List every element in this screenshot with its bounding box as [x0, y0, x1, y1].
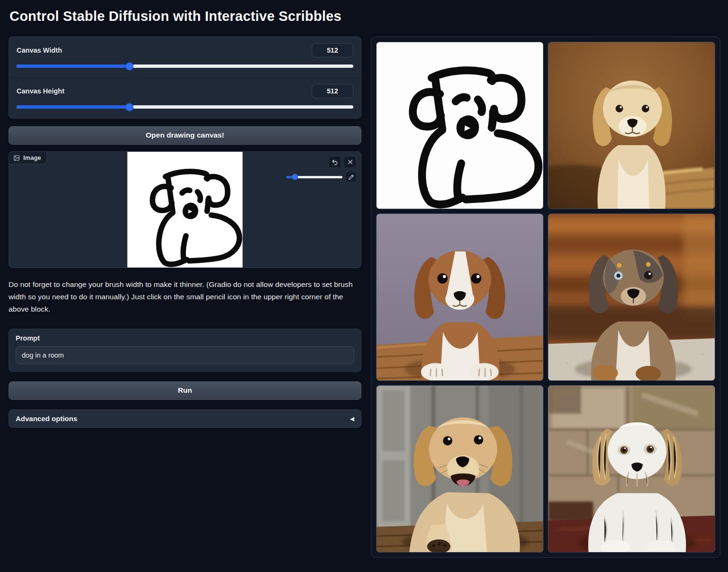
- canvas-height-slider-row: Canvas Height 512: [9, 77, 361, 118]
- accordion-collapse-icon: ◀: [350, 415, 354, 422]
- advanced-options-accordion[interactable]: Advanced options ◀: [9, 409, 361, 428]
- canvas-width-label: Canvas Width: [17, 46, 62, 54]
- canvas-width-value[interactable]: 512: [312, 43, 353, 57]
- canvas-width-slider-handle[interactable]: [125, 62, 133, 70]
- image-component: Image: [9, 151, 361, 268]
- run-button[interactable]: Run: [9, 381, 361, 400]
- canvas-height-slider[interactable]: [17, 105, 353, 109]
- prompt-input[interactable]: [16, 346, 354, 364]
- scribble-drawing: [128, 152, 243, 268]
- generated-dog-image-2: [377, 214, 543, 380]
- undo-icon: [332, 159, 338, 166]
- clear-image-button[interactable]: [344, 156, 356, 168]
- brush-pencil-icon: [348, 174, 354, 180]
- canvas-size-panel: Canvas Width 512 Canvas Height 512: [9, 37, 361, 119]
- canvas-width-slider[interactable]: [17, 65, 353, 68]
- canvas-width-slider-row: Canvas Width 512: [9, 37, 361, 77]
- prompt-panel: Prompt: [9, 329, 361, 372]
- brush-pencil-button[interactable]: [346, 172, 356, 182]
- gallery-item-dog-3[interactable]: [548, 213, 715, 381]
- controls-column: Canvas Width 512 Canvas Height 512: [9, 37, 361, 428]
- generated-dog-image-1: [548, 42, 715, 209]
- brush-slider-handle[interactable]: [292, 174, 298, 180]
- gallery-item-dog-1[interactable]: [548, 42, 715, 209]
- app-page: Control Stable Diffusion with Interactiv…: [0, 0, 728, 558]
- canvas-height-slider-fill: [17, 105, 129, 109]
- prompt-label: Prompt: [16, 334, 354, 342]
- advanced-options-label: Advanced options: [16, 415, 77, 423]
- scribble-result-image: [377, 42, 543, 209]
- output-gallery: [371, 37, 720, 558]
- generated-dog-image-5: [548, 386, 715, 552]
- undo-button[interactable]: [329, 156, 341, 168]
- canvas-height-label: Canvas Height: [17, 87, 65, 95]
- page-title: Control Stable Diffusion with Interactiv…: [9, 9, 720, 24]
- canvas-height-value[interactable]: 512: [312, 84, 353, 98]
- canvas-height-slider-handle[interactable]: [125, 103, 133, 111]
- image-icon: [13, 155, 20, 161]
- image-component-label: Image: [9, 152, 47, 164]
- gallery-item-dog-4[interactable]: [376, 385, 544, 553]
- canvas-width-slider-fill: [17, 65, 129, 68]
- brush-size-controls: [286, 172, 356, 182]
- open-drawing-canvas-button[interactable]: Open drawing canvas!: [9, 126, 361, 145]
- gallery-item-scribble[interactable]: [376, 42, 544, 209]
- brush-width-note: Do not forget to change your brush width…: [9, 278, 361, 315]
- gallery-item-dog-2[interactable]: [376, 213, 544, 381]
- drawing-canvas[interactable]: [128, 152, 243, 268]
- generated-dog-image-3: [548, 214, 715, 380]
- generated-dog-image-4: [377, 386, 543, 552]
- image-label-text: Image: [23, 154, 41, 161]
- gallery-item-dog-5[interactable]: [548, 385, 715, 553]
- clear-icon: [347, 159, 353, 165]
- results-column: [371, 37, 720, 558]
- brush-size-slider[interactable]: [286, 176, 342, 178]
